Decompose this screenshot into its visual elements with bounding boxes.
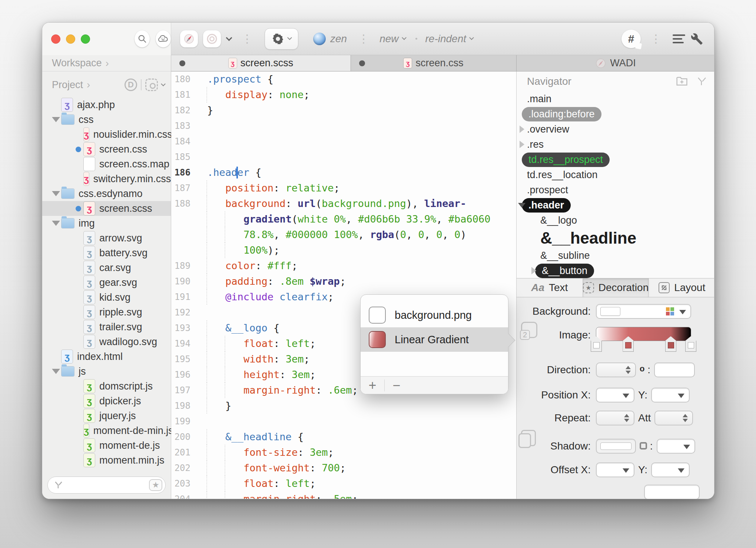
file-tree-item-arrow-svg[interactable]: ʒarrow.svg xyxy=(42,231,171,245)
file-tree-item-screen-scss[interactable]: ʒscreen.scss xyxy=(42,201,171,216)
position-x-dropdown[interactable] xyxy=(596,388,634,402)
actions-menu-button[interactable] xyxy=(265,28,298,50)
navigator-item--header[interactable]: .header xyxy=(517,198,714,213)
tab-decoration[interactable]: ★Decoration xyxy=(583,278,649,297)
navigator-item--__logo[interactable]: &__logo xyxy=(517,213,714,228)
sync-icon[interactable]: D xyxy=(125,78,137,91)
zen-mode-icon[interactable] xyxy=(313,33,326,45)
background-value-combo[interactable] xyxy=(596,304,691,319)
minimize-window-button[interactable] xyxy=(66,34,75,44)
close-window-button[interactable] xyxy=(51,34,60,44)
navigator-item--main[interactable]: .main xyxy=(517,91,714,107)
funnel-icon[interactable] xyxy=(696,76,707,87)
file-tree-item-screen-css-map[interactable]: screen.css.map xyxy=(42,157,171,171)
reindent-menu-label[interactable]: re-indent xyxy=(425,33,467,45)
disclosure-triangle-icon[interactable] xyxy=(50,117,62,122)
file-tree-item-index-html[interactable]: ʒindex.html xyxy=(42,349,171,364)
preview-button[interactable] xyxy=(180,30,198,47)
file-tree-item-img[interactable]: img xyxy=(42,216,171,231)
project-header[interactable]: Project › D xyxy=(42,74,171,95)
code-editor[interactable]: 180.prospect {181display: none;182}18318… xyxy=(171,71,517,499)
file-tree-item-js[interactable]: js xyxy=(42,364,171,379)
file-tree-item-trailer-svg[interactable]: ʒtrailer.svg xyxy=(42,320,171,334)
gradient-stop-handle[interactable] xyxy=(591,336,602,352)
publish-button[interactable] xyxy=(203,30,221,47)
layer-item-linear-gradient[interactable]: Linear Gradient xyxy=(361,327,508,352)
file-tree-item-moment-min-js[interactable]: ʒmoment.min.js xyxy=(42,453,171,468)
navigator-item--res[interactable]: .res xyxy=(517,137,714,152)
disclosure-triangle-icon[interactable] xyxy=(518,203,525,208)
workspace-header[interactable]: Workspace › xyxy=(42,55,171,71)
direction-degrees-field[interactable] xyxy=(654,362,695,377)
zen-mode-label[interactable]: zen xyxy=(330,33,347,45)
clipped-field[interactable] xyxy=(644,485,700,499)
chevron-right-icon[interactable] xyxy=(531,267,536,274)
file-tree-item-wadilogo-svg[interactable]: ʒwadilogo.svg xyxy=(42,334,171,349)
add-group-icon[interactable] xyxy=(676,76,688,87)
position-y-dropdown[interactable] xyxy=(651,388,690,402)
disclosure-triangle-icon[interactable] xyxy=(50,369,62,374)
navigator-item-td-res__prospect[interactable]: td.res__prospect xyxy=(517,152,714,167)
navigator-item-td-res__location[interactable]: td.res__location xyxy=(517,167,714,183)
zoom-window-button[interactable] xyxy=(81,34,90,44)
gradient-bar[interactable] xyxy=(596,327,691,341)
file-tree-item-battery-svg[interactable]: ʒbattery.svg xyxy=(42,245,171,260)
background-color-swatch[interactable] xyxy=(600,307,620,316)
tab-text[interactable]: AaText xyxy=(517,278,583,297)
tab-layout[interactable]: Layout xyxy=(649,278,714,297)
disclosure-triangle-icon[interactable] xyxy=(50,221,62,226)
gradient-stop-handle[interactable] xyxy=(623,336,634,352)
scope-icon[interactable] xyxy=(145,78,158,91)
file-tree-item-css-esdynamo[interactable]: css.esdynamo xyxy=(42,186,171,201)
gradient-stop-handle[interactable] xyxy=(665,336,676,352)
shadow-color-field[interactable] xyxy=(596,439,636,454)
offset-y-dropdown[interactable] xyxy=(651,462,690,477)
chevron-right-icon[interactable] xyxy=(520,126,524,133)
gradient-stop-handle[interactable] xyxy=(685,336,696,352)
file-tree-item-ripple-svg[interactable]: ʒripple.svg xyxy=(42,305,171,320)
navigator-item--__headline[interactable]: &__headline xyxy=(517,228,714,248)
navigator-item--__subline[interactable]: &__subline xyxy=(517,248,714,263)
chevron-down-icon[interactable] xyxy=(469,35,474,40)
tab-wadi[interactable]: WADI xyxy=(517,55,714,71)
navigator-item--__button[interactable]: &__button xyxy=(517,263,714,278)
snippets-button[interactable]: # xyxy=(621,30,641,48)
chevron-down-icon[interactable] xyxy=(161,81,166,86)
file-tree-item-kid-svg[interactable]: ʒkid.svg xyxy=(42,290,171,305)
file-filter-field[interactable]: ★ xyxy=(47,477,166,494)
navigator-item--loading-before[interactable]: .loading:before xyxy=(517,107,714,122)
file-tree-item-nouislider-min-css[interactable]: ʒnouislider.min.css xyxy=(42,127,171,142)
shadow-style-dropdown[interactable] xyxy=(657,439,695,454)
remove-layer-button[interactable]: − xyxy=(385,378,408,393)
new-menu-label[interactable]: new xyxy=(379,33,398,45)
layer-item-background-png[interactable]: background.png xyxy=(361,303,508,327)
tab-screen-css[interactable]: ʒscreen.css xyxy=(351,55,517,71)
search-button[interactable] xyxy=(135,30,150,47)
file-tree-item-moment-de-min-js[interactable]: ʒmoment-de-min.js xyxy=(42,423,171,438)
tab-screen-scss[interactable]: ʒscreen.scss xyxy=(171,55,351,71)
attachment-stepper[interactable] xyxy=(654,411,693,425)
favorites-filter-button[interactable]: ★ xyxy=(149,479,162,491)
copy-icon[interactable] xyxy=(521,430,536,446)
file-tree-item-domscript-js[interactable]: ʒdomscript.js xyxy=(42,379,171,394)
list-icon[interactable] xyxy=(673,34,685,43)
offset-x-dropdown[interactable] xyxy=(596,462,634,477)
file-tree-item-car-svg[interactable]: ʒcar.svg xyxy=(42,260,171,275)
feedback-button[interactable] xyxy=(156,30,171,47)
file-tree-item-ajax-php[interactable]: ʒajax.php xyxy=(42,97,171,112)
chevron-right-icon[interactable] xyxy=(520,141,524,148)
navigator-item--prospect[interactable]: .prospect xyxy=(517,183,714,198)
direction-stepper[interactable] xyxy=(596,362,636,377)
file-tree-item-moment-de-js[interactable]: ʒmoment-de.js xyxy=(42,438,171,453)
navigator-item--overview[interactable]: .overview xyxy=(517,122,714,137)
file-tree-item-css[interactable]: css xyxy=(42,112,171,127)
chevron-down-icon[interactable] xyxy=(402,35,407,40)
repeat-stepper[interactable] xyxy=(596,411,634,425)
add-layer-button[interactable]: + xyxy=(361,378,384,393)
chevron-down-icon[interactable] xyxy=(226,34,232,41)
wrench-icon[interactable] xyxy=(690,33,703,45)
disclosure-triangle-icon[interactable] xyxy=(50,191,62,196)
layers-count-icon[interactable]: 2 xyxy=(521,322,537,338)
file-tree-item-gear-svg[interactable]: ʒgear.svg xyxy=(42,275,171,290)
file-tree-item-jquery-js[interactable]: ʒjquery.js xyxy=(42,408,171,423)
